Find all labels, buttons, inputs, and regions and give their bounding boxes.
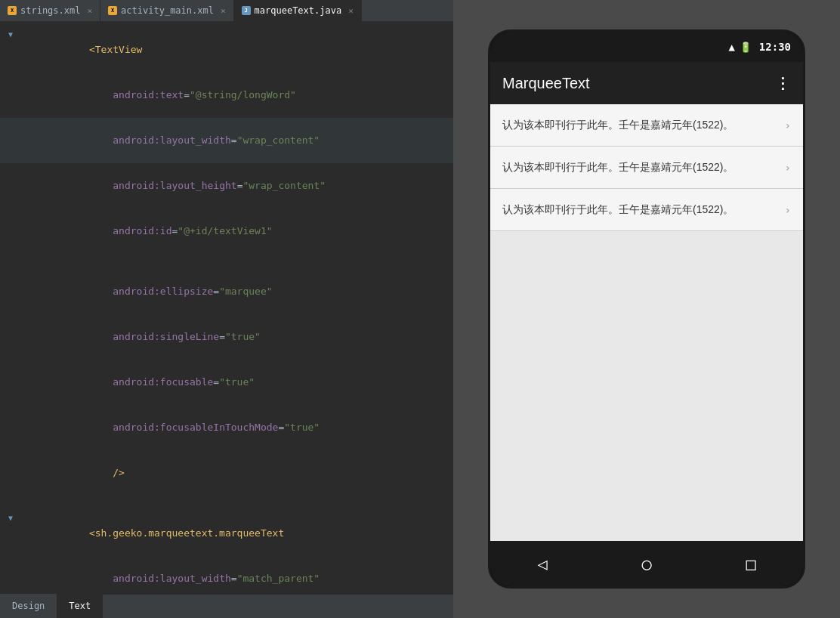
code-line-12 <box>0 496 453 511</box>
phone-panel: ▲ 🔋 12:30 MarqueeText ⋮ 认为该本即刊行于此年。壬午是嘉靖… <box>453 0 840 618</box>
marquee-item-2: 认为该本即刊行于此年。壬午是嘉靖元年(1522)。 › <box>490 147 803 189</box>
app-title: MarqueeText <box>502 75 590 92</box>
collapse-arrow-13[interactable]: ▼ <box>8 511 13 526</box>
code-content-9: android:focusable="true" <box>18 360 447 405</box>
code-content-4: android:layout_height="wrap_content" <box>18 163 447 209</box>
tab-strings-xml[interactable]: X strings.xml × <box>0 0 100 21</box>
status-time: 12:30 <box>759 41 791 53</box>
code-content-2: android:text="@string/longWord" <box>18 73 447 118</box>
code-line-9: android:focusable="true" <box>0 360 453 405</box>
code-content-10: android:focusableInTouchMode="true" <box>18 405 447 450</box>
editor-panel: X strings.xml × X activity_main.xml × J … <box>0 0 453 618</box>
marquee-item-3: 认为该本即刊行于此年。壬午是嘉靖元年(1522)。 › <box>490 189 803 231</box>
android-phone: ▲ 🔋 12:30 MarqueeText ⋮ 认为该本即刊行于此年。壬午是嘉靖… <box>488 29 805 589</box>
code-line-13: ▼ <sh.geeko.marqueetext.marqueeText <box>0 511 453 556</box>
code-line-10: android:focusableInTouchMode="true" <box>0 405 453 450</box>
tab-marqueetext-label: marqueeText.java <box>255 5 342 16</box>
tab-strings-label: strings.xml <box>20 5 80 16</box>
code-content-11: /> <box>18 450 447 496</box>
xml-file-icon-2: X <box>108 6 117 15</box>
code-content-13: <sh.geeko.marqueetext.marqueeText <box>18 511 447 556</box>
code-content-6 <box>18 254 447 269</box>
xml-file-icon: X <box>8 6 17 15</box>
tab-marqueetext-java[interactable]: J marqueeText.java × <box>234 0 362 21</box>
tab-activity-label: activity_main.xml <box>121 5 214 16</box>
tab-close-activity[interactable]: × <box>221 6 226 16</box>
gutter-1: ▼ <box>3 27 18 42</box>
code-content-14: android:layout_width="match_parent" <box>18 556 447 594</box>
code-line-14: android:layout_width="match_parent" <box>0 556 453 594</box>
code-line-4: android:layout_height="wrap_content" <box>0 163 453 209</box>
design-tab[interactable]: Design <box>0 594 57 618</box>
status-icons: ▲ 🔋 12:30 <box>728 41 791 53</box>
phone-app-bar: MarqueeText ⋮ <box>490 62 803 104</box>
code-line-1: ▼ <TextView <box>0 27 453 73</box>
battery-icon: 🔋 <box>740 42 752 53</box>
nav-back-button[interactable]: ◁ <box>531 548 553 579</box>
code-line-8: android:singleLine="true" <box>0 314 453 360</box>
tab-activity-main-xml[interactable]: X activity_main.xml × <box>100 0 233 21</box>
code-content-5: android:id="@+id/textView1" <box>18 209 447 254</box>
marquee-item-1: 认为该本即刊行于此年。壬午是嘉靖元年(1522)。 › <box>490 104 803 147</box>
code-line-7: android:ellipsize="marquee" <box>0 269 453 314</box>
overflow-menu-button[interactable]: ⋮ <box>775 74 791 92</box>
collapse-arrow-1[interactable]: ▼ <box>8 27 13 42</box>
nav-home-button[interactable]: ○ <box>635 548 657 579</box>
text-tab[interactable]: Text <box>57 594 103 618</box>
marquee-text-3: 认为该本即刊行于此年。壬午是嘉靖元年(1522)。 <box>502 203 779 217</box>
tabs-bar: X strings.xml × X activity_main.xml × J … <box>0 0 453 21</box>
marquee-arrow-2: › <box>785 162 791 174</box>
phone-nav-bar: ◁ ○ □ <box>490 541 803 586</box>
java-file-icon: J <box>242 6 251 15</box>
code-content-3: android:layout_width="wrap_content" <box>18 118 447 163</box>
code-content-12 <box>18 496 447 511</box>
code-line-5: android:id="@+id/textView1" <box>0 209 453 254</box>
code-editor[interactable]: ▼ <TextView android:text="@string/longWo… <box>0 21 453 594</box>
marquee-text-1: 认为该本即刊行于此年。壬午是嘉靖元年(1522)。 <box>502 119 779 132</box>
code-line-6 <box>0 254 453 269</box>
signal-icon: ▲ <box>728 41 734 53</box>
code-line-2: android:text="@string/longWord" <box>0 73 453 118</box>
text-tab-label: Text <box>69 601 91 611</box>
code-line-11: /> <box>0 450 453 496</box>
marquee-text-2: 认为该本即刊行于此年。壬午是嘉靖元年(1522)。 <box>502 161 779 175</box>
tab-close-strings[interactable]: × <box>87 6 92 16</box>
code-content-1: <TextView <box>18 27 447 73</box>
code-line-3: android:layout_width="wrap_content" <box>0 118 453 163</box>
design-tab-label: Design <box>12 601 45 611</box>
code-content-8: android:singleLine="true" <box>18 314 447 360</box>
bottom-tabs-bar: Design Text <box>0 594 453 618</box>
tab-close-marqueetext[interactable]: × <box>348 6 354 16</box>
marquee-arrow-1: › <box>785 119 791 131</box>
gutter-13: ▼ <box>3 511 18 526</box>
phone-status-bar: ▲ 🔋 12:30 <box>490 32 803 62</box>
nav-recents-button[interactable]: □ <box>740 548 761 579</box>
marquee-arrow-3: › <box>785 204 791 216</box>
code-content-7: android:ellipsize="marquee" <box>18 269 447 314</box>
phone-content: 认为该本即刊行于此年。壬午是嘉靖元年(1522)。 › 认为该本即刊行于此年。壬… <box>490 104 803 541</box>
